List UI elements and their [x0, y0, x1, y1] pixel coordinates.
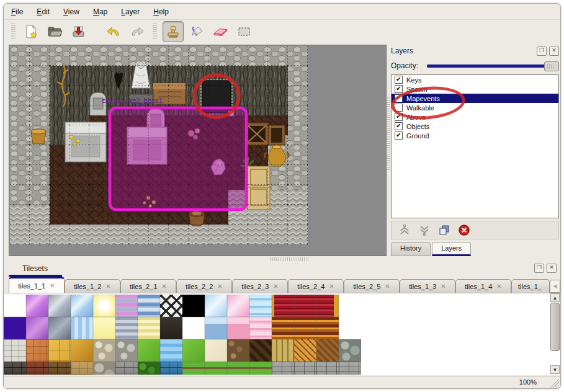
tileset-tab-tiles_2_3[interactable]: tiles_2_3✕ — [232, 279, 288, 293]
tileset-tile[interactable] — [205, 295, 227, 317]
tileset-tile[interactable] — [71, 339, 93, 362]
tileset-tile[interactable] — [316, 339, 339, 362]
tileset-tile[interactable] — [205, 362, 227, 375]
tab-close-icon[interactable]: ✕ — [441, 283, 445, 290]
layer-checkbox[interactable]: ✔ — [395, 76, 403, 84]
tileset-tile[interactable] — [4, 362, 26, 375]
tileset-tile[interactable] — [138, 339, 160, 362]
tileset-tile[interactable] — [48, 339, 71, 362]
tab-scroll-left-icon[interactable]: ◀ — [550, 280, 560, 293]
tileset-tile[interactable] — [115, 339, 138, 362]
tileset-tile[interactable] — [182, 339, 205, 362]
tileset-tile[interactable] — [4, 339, 26, 362]
tab-layers[interactable]: Layers — [432, 242, 471, 256]
layer-checkbox[interactable]: ✔ — [395, 85, 403, 93]
tileset-tile[interactable] — [71, 317, 93, 339]
layer-row-objects[interactable]: ✔Objects — [392, 122, 558, 131]
tileset-tile[interactable] — [71, 362, 93, 375]
tileset-tile[interactable] — [115, 317, 138, 339]
tileset-tile[interactable] — [138, 317, 160, 339]
tileset-tile[interactable] — [249, 317, 272, 339]
tileset-tile[interactable] — [339, 339, 361, 362]
tab-history[interactable]: History — [391, 242, 431, 256]
scroll-up-icon[interactable]: ▲ — [550, 293, 560, 302]
tab-close-icon[interactable]: ✕ — [273, 283, 278, 290]
panel-close-icon[interactable]: ✕ — [549, 47, 559, 56]
tileset-tab-tiles_1_2[interactable]: tiles_1_2✕ — [65, 279, 120, 293]
tileset-tile[interactable] — [138, 362, 160, 375]
resize-grip[interactable] — [550, 378, 559, 388]
tileset-tile[interactable] — [26, 295, 48, 317]
tileset-tile[interactable] — [227, 339, 249, 362]
tileset-tile[interactable] — [26, 339, 48, 362]
layer-row-spawn[interactable]: ✔Spawn — [392, 84, 558, 94]
select-tool-button[interactable] — [235, 22, 254, 42]
tileset-tile[interactable] — [294, 362, 316, 375]
tab-close-icon[interactable]: ✕ — [217, 283, 222, 290]
tileset-tile[interactable] — [294, 317, 316, 339]
menu-item-map[interactable]: Map — [93, 7, 107, 16]
redo-button[interactable] — [127, 22, 147, 42]
menu-item-view[interactable]: View — [63, 7, 79, 16]
scroll-down-icon[interactable]: ▼ — [550, 365, 560, 374]
tileset-tile[interactable] — [4, 317, 26, 339]
tileset-tile[interactable] — [227, 362, 249, 375]
fill-tool-button[interactable] — [187, 22, 207, 42]
tileset-tile[interactable] — [227, 295, 249, 317]
tileset-tile[interactable] — [160, 362, 182, 375]
duplicate-layer-button[interactable] — [437, 223, 451, 237]
tileset-tile[interactable] — [249, 295, 272, 317]
open-file-button[interactable] — [45, 22, 65, 42]
tileset-tile[interactable] — [160, 295, 182, 317]
tileset-tab-tiles_1_3[interactable]: tiles_1_3✕ — [400, 279, 455, 293]
opacity-slider-handle[interactable] — [544, 61, 559, 71]
tileset-tile[interactable] — [93, 295, 115, 317]
tileset-tab-tiles_1_1[interactable]: tiles_1_1✕ — [9, 277, 65, 293]
layer-row-above[interactable]: ✔Above — [392, 112, 558, 122]
toolbar-grip-2[interactable] — [153, 24, 157, 40]
tileset-tile[interactable] — [316, 295, 339, 317]
delete-layer-button[interactable] — [457, 223, 471, 237]
layer-row-keys[interactable]: ✔Keys — [392, 75, 558, 84]
move-layer-up-button[interactable] — [398, 223, 411, 237]
layer-row-ground[interactable]: ✔Ground — [392, 131, 558, 140]
tileset-tile[interactable] — [115, 362, 138, 375]
layer-row-mapevents[interactable]: ✔Mapevents — [392, 94, 558, 103]
tileset-tile[interactable] — [272, 362, 294, 375]
tileset-tile[interactable] — [294, 295, 316, 317]
tileset-tab-tiles_2_1[interactable]: tiles_2_1✕ — [120, 279, 176, 293]
tileset-tile[interactable] — [316, 362, 339, 375]
tileset-tile[interactable] — [249, 362, 272, 375]
map-canvas[interactable]: cavesnake2_boss1 — [9, 45, 387, 256]
layer-checkbox[interactable]: ✔ — [395, 113, 403, 121]
tileset-tile[interactable] — [26, 362, 48, 375]
menu-item-edit[interactable]: Edit — [37, 7, 50, 16]
tileset-tile[interactable] — [4, 295, 26, 317]
eraser-tool-button[interactable] — [211, 22, 231, 42]
tileset-tile[interactable] — [93, 339, 115, 362]
tileset-tile[interactable] — [316, 317, 339, 339]
horizontal-splitter[interactable] — [271, 257, 309, 261]
tileset-tile[interactable] — [294, 339, 316, 362]
vertical-splitter[interactable] — [387, 97, 390, 171]
toolbar-grip[interactable] — [11, 24, 16, 40]
tileset-tab-tiles_2_2[interactable]: tiles_2_2✕ — [176, 279, 232, 293]
map-selection-region[interactable] — [110, 108, 246, 210]
tileset-tile[interactable] — [272, 295, 294, 317]
tileset-tile[interactable] — [93, 362, 115, 375]
move-layer-down-button[interactable] — [418, 223, 431, 237]
tileset-tile[interactable] — [115, 295, 138, 317]
tileset-tab-tiles_2_4[interactable]: tiles_2_4✕ — [288, 279, 344, 293]
tileset-tile[interactable] — [227, 317, 249, 339]
tileset-tile[interactable] — [48, 362, 71, 375]
tileset-tile[interactable] — [48, 317, 71, 339]
tab-close-icon[interactable]: ✕ — [50, 282, 55, 289]
tileset-tile[interactable] — [339, 362, 361, 375]
layer-checkbox[interactable]: ✔ — [395, 94, 403, 102]
layer-checkbox[interactable]: ✔ — [395, 122, 403, 130]
tab-close-icon[interactable]: ✕ — [161, 283, 166, 290]
tileset-scrollbar[interactable]: ▲ ▼ — [550, 293, 560, 374]
tileset-tile[interactable] — [93, 317, 115, 339]
panel-float-icon[interactable]: ❐ — [537, 47, 547, 56]
tileset-tile[interactable] — [272, 339, 294, 362]
